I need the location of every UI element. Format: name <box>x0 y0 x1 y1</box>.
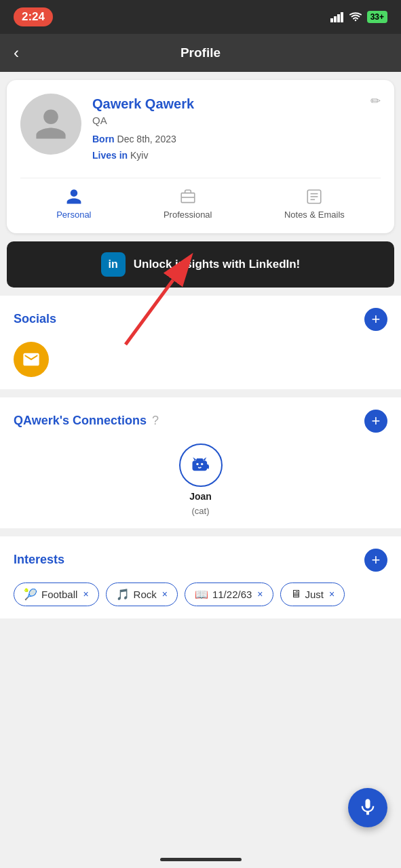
signal-icon <box>330 12 344 22</box>
tab-personal-label: Personal <box>56 210 91 220</box>
profile-meta: Born Dec 8th, 2023 Lives in Kyiv <box>92 132 360 164</box>
microphone-fab[interactable] <box>348 788 387 827</box>
notes-icon <box>305 188 323 205</box>
home-indicator <box>160 858 242 861</box>
envelope-icon <box>22 350 41 369</box>
connection-animal-icon <box>187 452 214 479</box>
book-remove[interactable]: × <box>257 589 263 599</box>
page-title: Profile <box>180 45 221 60</box>
battery-icon: 33+ <box>367 11 387 23</box>
interest-football[interactable]: 🎾 Football × <box>14 583 99 606</box>
svg-rect-0 <box>330 18 333 22</box>
rock-label: Rock <box>134 589 157 600</box>
profile-role: QA <box>92 115 360 126</box>
professional-icon <box>179 188 197 205</box>
connection-sub: (cat) <box>192 506 210 516</box>
born-label: Born <box>92 134 115 144</box>
avatar-icon <box>33 106 69 142</box>
add-connection-button[interactable]: + <box>364 410 387 433</box>
back-button[interactable]: ‹ <box>14 43 19 62</box>
edit-button[interactable]: ✏ <box>370 94 381 108</box>
tab-notes[interactable]: Notes & Emails <box>284 188 345 220</box>
book-icon: 📖 <box>195 588 208 601</box>
tab-personal[interactable]: Personal <box>56 188 91 220</box>
wifi-icon <box>349 12 362 22</box>
svg-point-12 <box>196 462 198 465</box>
interest-just[interactable]: 🖥 Just × <box>280 583 345 606</box>
status-bar: 2:24 33+ <box>0 0 401 34</box>
email-social-icon[interactable] <box>14 342 49 377</box>
linkedin-banner[interactable]: in Unlock insights with LinkedIn! <box>7 241 394 288</box>
interest-rock[interactable]: 🎵 Rock × <box>106 583 178 606</box>
status-icons: 33+ <box>330 11 387 23</box>
svg-point-13 <box>201 462 203 465</box>
personal-icon <box>65 188 83 205</box>
lives-value: Kyiv <box>130 150 148 161</box>
profile-tabs: Personal Professional Notes & Emails <box>20 178 381 220</box>
book-label: 11/22/63 <box>212 589 252 600</box>
socials-title: Socials <box>14 312 56 326</box>
linkedin-text: Unlock insights with LinkedIn! <box>134 258 301 271</box>
linkedin-icon: in <box>101 252 126 277</box>
connections-title: QAwerk's Connections <box>14 414 147 428</box>
tab-professional[interactable]: Professional <box>164 188 212 220</box>
connection-item[interactable]: Joan (cat) <box>14 443 387 516</box>
socials-section: Socials + <box>0 296 401 389</box>
add-interest-button[interactable]: + <box>364 549 387 572</box>
tab-professional-label: Professional <box>164 210 212 220</box>
connection-avatar <box>179 443 223 487</box>
connection-name: Joan <box>189 491 212 502</box>
interests-section: Interests + 🎾 Football × 🎵 Rock × 📖 11/2… <box>0 536 401 618</box>
svg-rect-1 <box>334 16 337 22</box>
add-social-button[interactable]: + <box>364 308 387 331</box>
interest-book[interactable]: 📖 11/22/63 × <box>185 583 273 606</box>
just-label: Just <box>305 589 324 600</box>
help-icon[interactable]: ? <box>152 414 159 428</box>
profile-name: Qawerk Qawerk <box>92 96 360 112</box>
football-label: Football <box>41 589 77 600</box>
microphone-icon <box>358 798 377 817</box>
interests-title: Interests <box>14 553 64 567</box>
born-value: Dec 8th, 2023 <box>117 134 176 144</box>
status-time: 2:24 <box>14 7 53 26</box>
just-remove[interactable]: × <box>329 589 335 599</box>
profile-info: Qawerk Qawerk QA Born Dec 8th, 2023 Live… <box>92 94 360 164</box>
connections-section: QAwerk's Connections ? + Joan (cat) <box>0 397 401 528</box>
svg-rect-2 <box>337 14 340 22</box>
svg-rect-3 <box>341 12 343 22</box>
rock-icon: 🎵 <box>116 588 130 601</box>
avatar <box>20 94 81 155</box>
interests-list: 🎾 Football × 🎵 Rock × 📖 11/22/63 × 🖥 Jus… <box>14 583 387 606</box>
tab-notes-label: Notes & Emails <box>284 210 345 220</box>
just-icon: 🖥 <box>290 588 301 600</box>
profile-card: Qawerk Qawerk QA Born Dec 8th, 2023 Live… <box>7 80 394 233</box>
header: ‹ Profile <box>0 34 401 72</box>
lives-label: Lives in <box>92 150 128 161</box>
football-icon: 🎾 <box>24 588 37 601</box>
football-remove[interactable]: × <box>83 589 88 599</box>
rock-remove[interactable]: × <box>162 589 168 599</box>
